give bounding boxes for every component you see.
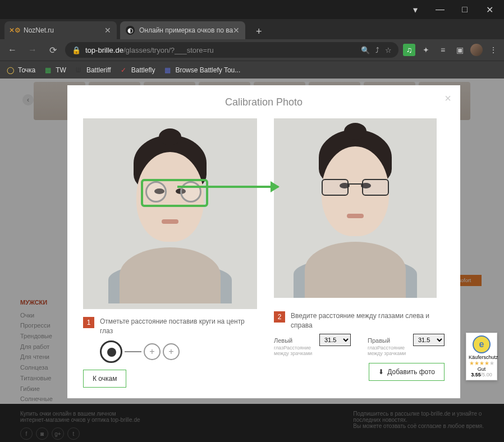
badge-rating: Gut: [469, 366, 494, 372]
reader-icon[interactable]: ≡: [437, 44, 449, 56]
url-path: /glasses/tryon/?___store=ru: [123, 46, 214, 54]
close-modal-btn[interactable]: ×: [445, 92, 451, 105]
favicon-icon: ✕⚙: [10, 26, 19, 35]
bookmark-icon: ◯: [6, 66, 15, 75]
right-column: 2 Введите расстояние между глазами слева…: [274, 118, 445, 388]
browser-tab-active[interactable]: ◐ Онлайн примерка очков по ва ✕: [120, 21, 245, 39]
minimize-btn[interactable]: —: [428, 1, 452, 18]
download-icon: ⬇: [378, 368, 384, 376]
glasses-overlay: [322, 179, 389, 197]
input-sublabel: глазРасстояние между зрачками: [368, 345, 445, 356]
input-sublabel: глазРасстояние между зрачками: [274, 345, 351, 356]
left-column: 1 Отметьте расстояние поставив круги на …: [83, 118, 257, 388]
star-icon[interactable]: ☆: [385, 46, 392, 54]
panel-icon[interactable]: ▣: [453, 44, 466, 56]
bookmarks-bar: ◯Точка ▦TW ᗯBattleriff ✓Battlefly ▦Brows…: [0, 61, 504, 79]
extension-icons: ♫ ✦ ≡ ▣ ⋮: [403, 44, 500, 56]
close-tab-icon[interactable]: ✕: [104, 26, 111, 35]
right-eye-input: Правый 31.5 глазРасстояние между зрачкам…: [368, 337, 445, 356]
extensions-icon[interactable]: ✦: [420, 44, 432, 56]
eye-icon: [100, 340, 122, 363]
eye-marker-right[interactable]: [180, 181, 201, 202]
arrow-icon: [177, 186, 278, 188]
upload-photo-btn[interactable]: ⬇ Добавить фото: [369, 363, 445, 381]
eye-marker-left[interactable]: [145, 181, 167, 202]
bookmark-icon: ▦: [163, 66, 172, 75]
profile-avatar[interactable]: [470, 44, 483, 56]
bookmark-icon: ▦: [43, 66, 52, 75]
music-ext-icon[interactable]: ♫: [403, 44, 415, 56]
trust-logo-icon: e: [473, 335, 491, 353]
tab-title: Онлайн примерка очков по ва: [139, 26, 233, 34]
calibration-photo[interactable]: [83, 118, 257, 309]
menu-icon[interactable]: ⋮: [487, 44, 500, 56]
browser-tab[interactable]: ✕⚙ NozNet.ru ✕: [4, 21, 117, 39]
bookmark-item[interactable]: ᗯBattleriff: [74, 66, 111, 75]
step-number: 2: [274, 311, 285, 323]
right-distance-select[interactable]: 31.5: [413, 334, 445, 346]
share-icon[interactable]: ⤴: [375, 46, 379, 54]
plus-icon[interactable]: +: [163, 343, 180, 360]
result-photo: [274, 118, 437, 298]
stars-icon: ★★★★★: [469, 360, 494, 366]
dropdown-btn[interactable]: ▾: [403, 1, 428, 18]
reload-btn[interactable]: ⟳: [45, 42, 61, 58]
bookmark-icon: ✓: [119, 66, 128, 75]
bookmark-item[interactable]: ✓Battlefly: [119, 66, 155, 75]
badge-label: Käuferschutz: [469, 354, 494, 360]
step-text: Отметьте расстояние поставив круги на це…: [100, 317, 257, 336]
back-btn[interactable]: ←: [4, 42, 20, 58]
maximize-btn[interactable]: □: [452, 1, 477, 18]
tab-title: NozNet.ru: [24, 26, 54, 34]
tab-bar: ✕⚙ NozNet.ru ✕ ◐ Онлайн примерка очков п…: [0, 19, 504, 39]
badge-max: /5.00: [481, 372, 492, 377]
calibration-modal: × Calibration Photo: [67, 85, 460, 398]
window-titlebar: ▾ — □ ✕: [0, 0, 504, 19]
search-icon[interactable]: 🔍: [361, 46, 370, 54]
address-bar[interactable]: 🔒 top-brille.de /glasses/tryon/?___store…: [65, 42, 398, 58]
plus-icon[interactable]: +: [144, 343, 161, 360]
url-domain: top-brille.de: [85, 46, 123, 54]
forward-btn[interactable]: →: [25, 42, 40, 58]
page-content: ‹ МУЖСКИ Очки Прогресси Трендовые Для ра…: [0, 79, 504, 442]
trust-badge[interactable]: e Käuferschutz ★★★★★ Gut 3.55/5.00: [466, 333, 497, 380]
modal-title: Calibration Photo: [83, 96, 445, 108]
bookmark-item[interactable]: ▦TW: [43, 66, 66, 75]
left-eye-input: Левый 31.5 глазРасстояние между зрачками: [274, 337, 351, 356]
bookmark-item[interactable]: ▦Browse Battlefy Tou...: [163, 66, 240, 75]
left-distance-select[interactable]: 31.5: [319, 334, 351, 346]
close-window-btn[interactable]: ✕: [477, 1, 502, 18]
to-glasses-btn[interactable]: К очкам: [83, 370, 126, 388]
browser-toolbar: ← → ⟳ 🔒 top-brille.de /glasses/tryon/?__…: [0, 39, 504, 61]
bookmark-icon: ᗯ: [74, 66, 83, 75]
favicon-icon: ◐: [126, 26, 135, 35]
step-number: 1: [83, 317, 94, 328]
eye-diagram: + +: [100, 340, 257, 363]
bookmark-item[interactable]: ◯Точка: [6, 66, 35, 75]
close-tab-icon[interactable]: ✕: [233, 26, 240, 35]
lock-icon: 🔒: [72, 46, 81, 54]
new-tab-btn[interactable]: +: [251, 24, 267, 39]
badge-score: 3.55: [471, 372, 481, 377]
step-text: Введите расстояние между глазами слева и…: [291, 311, 445, 330]
